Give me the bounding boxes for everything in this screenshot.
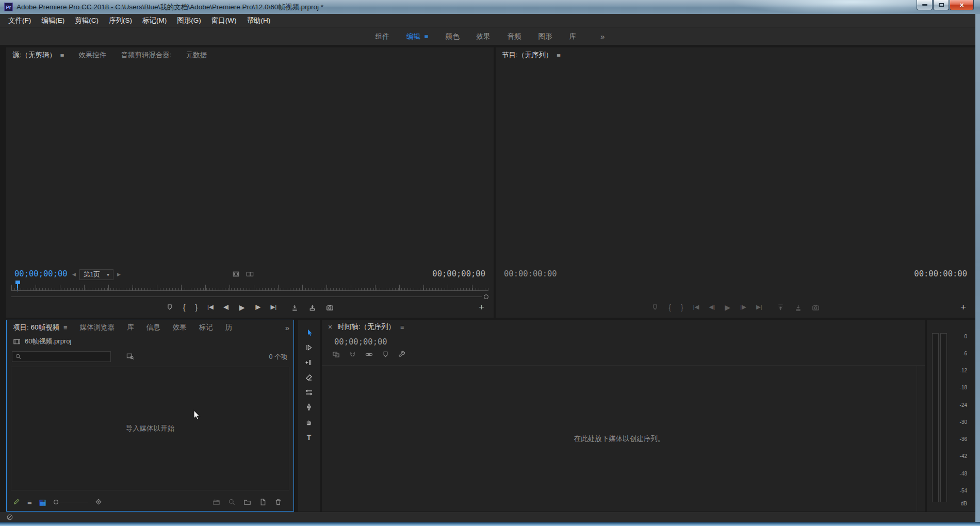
source-ruler[interactable] — [11, 283, 488, 291]
play-button[interactable]: ▶ — [725, 304, 730, 311]
source-timecode[interactable]: 00;00;00;00 — [14, 269, 68, 278]
tab-project[interactable]: 项目: 60帧视频 ≡ — [13, 323, 68, 332]
step-back-button[interactable]: ◀| — [223, 304, 230, 310]
comparison-view-icon[interactable] — [246, 270, 254, 278]
step-forward-button[interactable]: |▶ — [740, 304, 746, 310]
menu-sequence[interactable]: 序列(S) — [104, 14, 137, 27]
workspace-tab-audio[interactable]: 音频 — [507, 32, 521, 41]
safe-margins-icon[interactable] — [232, 270, 240, 278]
new-search-bin-button[interactable] — [126, 352, 134, 360]
mark-in-button[interactable]: { — [183, 304, 186, 311]
tab-effects[interactable]: 效果 — [173, 323, 187, 332]
pen-tool[interactable] — [304, 403, 314, 412]
timeline-timecode[interactable]: 00;00;00;00 — [334, 337, 387, 347]
timeline-scrollbar-track[interactable] — [917, 366, 917, 512]
workspace-tab-libraries[interactable]: 库 — [569, 32, 576, 41]
mark-out-button[interactable]: } — [195, 304, 198, 311]
menu-markers[interactable]: 标记(M) — [137, 14, 172, 27]
mark-in-button[interactable]: { — [668, 304, 671, 311]
add-marker-button[interactable] — [651, 304, 659, 311]
timeline-drop-zone[interactable]: 在此处放下媒体以创建序列。 — [322, 366, 917, 512]
tab-history[interactable]: 历 — [225, 323, 233, 332]
button-editor-add-icon[interactable]: + — [479, 300, 484, 315]
export-frame-button[interactable] — [812, 304, 820, 311]
menu-edit[interactable]: 编辑(E) — [36, 14, 70, 27]
icon-view-button[interactable]: ▦ — [39, 498, 46, 506]
find-button[interactable] — [228, 498, 236, 506]
menu-graphics[interactable]: 图形(G) — [172, 14, 206, 27]
tab-audio-clip-mixer[interactable]: 音频剪辑混合器: — [121, 51, 171, 60]
workspace-overflow-chevron-icon[interactable]: » — [600, 32, 605, 41]
project-file-row[interactable]: 60帧视频.prproj — [13, 337, 71, 346]
button-editor-add-icon[interactable]: + — [960, 300, 966, 315]
workspace-tab-graphics[interactable]: 图形 — [538, 32, 552, 41]
source-zoom-scrollbar[interactable] — [11, 294, 488, 300]
hand-tool[interactable] — [304, 418, 314, 427]
tab-metadata[interactable]: 元数据 — [186, 51, 207, 60]
menu-clip[interactable]: 剪辑(C) — [70, 14, 104, 27]
mark-out-button[interactable]: } — [681, 304, 683, 311]
tab-media-browser[interactable]: 媒体浏览器 — [80, 323, 115, 332]
maximize-button[interactable] — [933, 0, 949, 10]
workspace-tab-editing[interactable]: 编辑 ≡ — [406, 32, 429, 41]
next-page-icon[interactable]: ▶ — [117, 272, 121, 277]
workspace-tab-color[interactable]: 颜色 — [445, 32, 459, 41]
insert-button[interactable] — [291, 304, 299, 311]
menu-file[interactable]: 文件(F) — [3, 14, 36, 27]
step-forward-button[interactable]: |▶ — [255, 304, 261, 310]
add-marker-icon[interactable] — [382, 351, 389, 358]
type-tool[interactable]: T — [304, 433, 314, 442]
panel-menu-icon[interactable]: ≡ — [63, 324, 68, 332]
writable-indicator-icon[interactable] — [13, 498, 20, 505]
extract-button[interactable] — [794, 304, 802, 311]
ripple-edit-tool[interactable] — [304, 358, 314, 367]
workspace-menu-icon[interactable]: ≡ — [424, 32, 429, 40]
add-marker-button[interactable] — [166, 304, 173, 311]
zoom-slider-knob[interactable] — [54, 500, 58, 504]
status-events-icon[interactable] — [6, 514, 13, 521]
go-to-in-button[interactable]: |◀ — [693, 304, 699, 310]
tab-info[interactable]: 信息 — [146, 323, 160, 332]
razor-tool[interactable] — [304, 373, 314, 382]
overwrite-button[interactable] — [308, 304, 316, 311]
page-select-dropdown[interactable]: 第1页 ▾ — [79, 269, 113, 280]
project-bin-area[interactable]: 导入媒体以开始 — [11, 367, 289, 490]
prev-page-icon[interactable]: ◀ — [72, 272, 76, 277]
tab-timeline[interactable]: 时间轴:（无序列） — [337, 322, 395, 332]
panel-menu-icon[interactable]: ≡ — [400, 323, 404, 331]
play-button[interactable]: ▶ — [239, 304, 245, 311]
tab-source[interactable]: 源:（无剪辑） ≡ — [12, 51, 64, 60]
linked-selection-icon[interactable] — [365, 351, 373, 358]
slip-tool[interactable] — [304, 388, 314, 397]
selection-tool[interactable] — [304, 328, 314, 337]
menu-window[interactable]: 窗口(W) — [206, 14, 242, 27]
panel-close-icon[interactable]: × — [328, 323, 332, 331]
tab-effect-controls[interactable]: 效果控件 — [78, 51, 106, 60]
search-box[interactable] — [12, 351, 111, 362]
go-to-in-button[interactable]: |◀ — [207, 304, 214, 310]
list-view-button[interactable]: ≡ — [27, 498, 32, 506]
clear-button[interactable] — [274, 498, 282, 506]
zoom-handle[interactable] — [484, 294, 488, 299]
close-button[interactable]: × — [950, 0, 974, 10]
tab-libraries[interactable]: 库 — [127, 323, 134, 332]
export-frame-button[interactable] — [326, 304, 334, 311]
step-back-button[interactable]: ◀| — [709, 304, 715, 310]
search-input[interactable] — [24, 353, 108, 360]
workspace-tab-assembly[interactable]: 组件 — [375, 32, 389, 41]
new-item-button[interactable] — [259, 498, 267, 506]
menu-help[interactable]: 帮助(H) — [241, 14, 275, 27]
panel-menu-icon[interactable]: ≡ — [557, 52, 561, 59]
minimize-button[interactable] — [917, 0, 933, 10]
snap-magnet-icon[interactable] — [349, 351, 356, 358]
lift-button[interactable] — [777, 304, 785, 311]
go-to-out-button[interactable]: ▶| — [270, 304, 276, 310]
nest-sequence-icon[interactable] — [332, 351, 340, 358]
thumbnail-zoom-slider[interactable] — [54, 499, 88, 505]
timeline-settings-wrench-icon[interactable] — [398, 351, 406, 358]
workspace-tab-effects[interactable]: 效果 — [476, 32, 490, 41]
go-to-out-button[interactable]: ▶| — [756, 304, 762, 310]
track-select-forward-tool[interactable] — [304, 343, 314, 352]
new-bin-button[interactable] — [243, 498, 251, 506]
tab-markers[interactable]: 标记 — [199, 323, 213, 332]
